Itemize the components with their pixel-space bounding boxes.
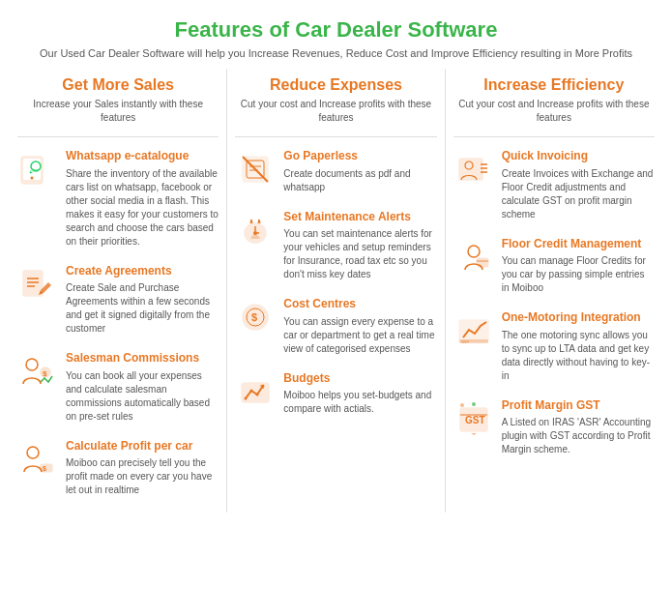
svg-rect-4 [23, 271, 43, 296]
page-title: Features of Car Dealer Software [19, 17, 653, 43]
feature-paperless: Go Paperless Create documents as pdf and… [235, 149, 436, 194]
svg-text:GST: GST [465, 415, 485, 425]
feature-motoring: GST One-Motoring Integration The one mot… [453, 310, 655, 383]
svg-text:$: $ [43, 465, 46, 473]
feature-costcentres-text: Cost Centres You can assign every expens… [283, 297, 436, 356]
svg-point-28 [250, 389, 253, 392]
costcentres-icon: $ [235, 297, 276, 337]
feature-motoring-title: One-Motoring Integration [502, 310, 655, 326]
col-expenses-subtitle: Cut your cost and Increase profits with … [235, 98, 436, 125]
feature-gst-title: Profit Margin GST [502, 398, 655, 414]
col-expenses: Reduce Expenses Cut your cost and Increa… [226, 69, 444, 513]
col-efficiency: Increase Efficiency Cut your cost and In… [445, 69, 662, 513]
feature-paperless-text: Go Paperless Create documents as pdf and… [283, 149, 436, 194]
feature-agreements: Create Agreements Create Sale and Purcha… [17, 264, 219, 337]
features-columns: Get More Sales Increase your Sales insta… [0, 69, 672, 513]
feature-whatsapp: Whatsapp e-catalogue Share the inventory… [17, 149, 219, 249]
col-expenses-title: Reduce Expenses [235, 69, 436, 94]
feature-commissions-title: Salesman Commissions [66, 351, 219, 367]
feature-gst-desc: A Listed on IRAS 'ASR' Accounting plugin… [502, 416, 655, 456]
agreements-icon [17, 264, 58, 305]
feature-budgets-text: Budgets Moiboo helps you set-budgets and… [283, 371, 436, 417]
feature-maintenance-desc: You can set maintenance alerts for your … [283, 227, 436, 281]
feature-profit-title: Calculate Profit per car [66, 439, 219, 455]
col-efficiency-title: Increase Efficiency [453, 69, 655, 94]
feature-invoicing: Quick Invoicing Create Invoices with Exc… [453, 149, 655, 221]
feature-maintenance: Set Maintenance Alerts You can set maint… [235, 210, 436, 282]
paperless-icon [235, 149, 276, 190]
feature-agreements-title: Create Agreements [66, 264, 219, 279]
svg-text:$: $ [43, 369, 47, 378]
feature-commissions-desc: You can book all your expenses and calcu… [66, 369, 219, 424]
feature-profit-text: Calculate Profit per car Moiboo can prec… [66, 439, 219, 498]
page-header: Features of Car Dealer Software Our Used… [0, 0, 672, 69]
feature-agreements-text: Create Agreements Create Sale and Purcha… [66, 264, 219, 337]
feature-gst: GST Profit Margin GST A Listed on IRAS '… [453, 398, 655, 457]
floorcredit-icon [453, 237, 494, 278]
feature-whatsapp-title: Whatsapp e-catalogue [66, 149, 219, 164]
feature-paperless-desc: Create documents as pdf and whatsapp [283, 167, 436, 194]
svg-point-2 [31, 177, 34, 180]
svg-text:$: $ [251, 311, 257, 323]
col-sales-title: Get More Sales [17, 69, 219, 94]
maintenance-icon [235, 210, 276, 250]
feature-agreements-desc: Create Sale and Purchase Agreements with… [66, 281, 219, 336]
feature-floorcredit: Floor Credit Management You can manage F… [453, 237, 655, 296]
col-efficiency-subtitle: Cut your cost and Increase profits with … [453, 98, 655, 125]
feature-floorcredit-title: Floor Credit Management [502, 237, 655, 252]
commissions-icon: $ [17, 351, 58, 392]
svg-point-27 [245, 396, 248, 399]
gst-icon: GST [453, 398, 494, 439]
svg-text:GST: GST [461, 339, 470, 344]
feature-invoicing-desc: Create Invoices with Exchange and Floor … [502, 167, 655, 221]
feature-motoring-text: One-Motoring Integration The one motorin… [502, 310, 655, 383]
feature-paperless-title: Go Paperless [283, 149, 436, 164]
feature-costcentres-title: Cost Centres [283, 297, 436, 312]
feature-profit: $ Calculate Profit per car Moiboo can pr… [17, 439, 219, 498]
feature-maintenance-title: Set Maintenance Alerts [283, 210, 436, 225]
feature-invoicing-text: Quick Invoicing Create Invoices with Exc… [502, 149, 655, 221]
feature-motoring-desc: The one motoring sync allows you to sync… [502, 329, 655, 383]
feature-maintenance-text: Set Maintenance Alerts You can set maint… [283, 210, 436, 282]
feature-costcentres-desc: You can assign every expense to a car or… [283, 315, 436, 356]
feature-commissions-text: Salesman Commissions You can book all yo… [66, 351, 219, 424]
feature-invoicing-title: Quick Invoicing [502, 149, 655, 164]
feature-budgets: Budgets Moiboo helps you set-budgets and… [235, 371, 436, 417]
feature-costcentres: $ Cost Centres You can assign every expe… [235, 297, 436, 356]
feature-whatsapp-desc: Share the inventory of the available car… [66, 167, 219, 249]
svg-point-11 [27, 447, 39, 458]
svg-point-8 [26, 359, 38, 370]
feature-budgets-title: Budgets [283, 371, 436, 387]
svg-rect-37 [477, 258, 488, 267]
motoring-icon: GST [453, 310, 494, 351]
feature-budgets-desc: Moiboo helps you set-budgets and compare… [283, 389, 436, 416]
feature-gst-text: Profit Margin GST A Listed on IRAS 'ASR'… [502, 398, 655, 457]
feature-floorcredit-text: Floor Credit Management You can manage F… [502, 237, 655, 296]
feature-commissions: $ Salesman Commissions You can book all … [17, 351, 219, 424]
invoicing-icon [453, 149, 494, 190]
svg-point-29 [256, 393, 259, 396]
profit-icon: $ [17, 439, 58, 480]
feature-floorcredit-desc: You can manage Floor Credits for you car… [502, 254, 655, 295]
svg-point-45 [460, 403, 464, 407]
feature-profit-desc: Moiboo can precisely tell you the profit… [66, 456, 219, 497]
budgets-icon [235, 371, 276, 412]
whatsapp-icon [17, 149, 58, 190]
col-sales: Get More Sales Increase your Sales insta… [10, 69, 226, 513]
page-subtitle: Our Used Car Dealer Software will help y… [19, 47, 653, 59]
feature-whatsapp-text: Whatsapp e-catalogue Share the inventory… [66, 149, 219, 249]
svg-point-46 [472, 402, 476, 406]
svg-point-36 [468, 246, 480, 257]
col-sales-subtitle: Increase your Sales instantly with these… [17, 98, 219, 125]
